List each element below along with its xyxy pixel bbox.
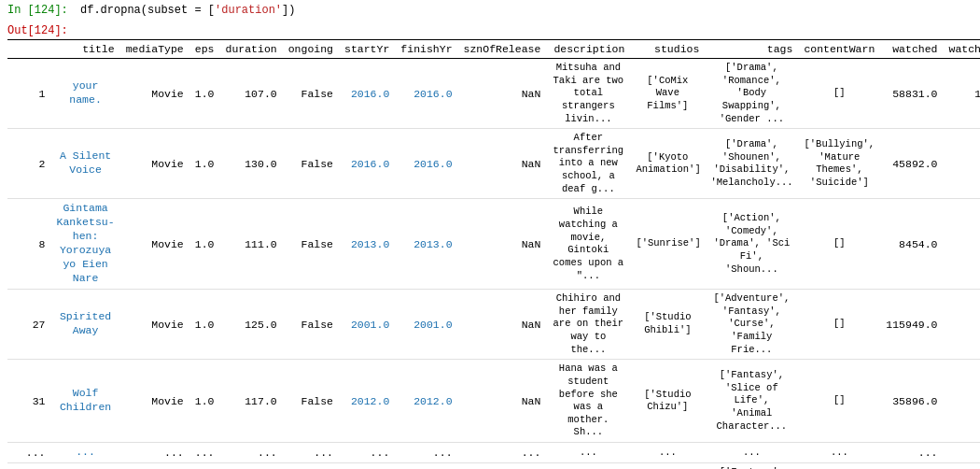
cell-contentwarn: [] [798,290,880,360]
output-area: title mediaType eps duration ongoing sta… [0,37,980,469]
cell-studios: ['Kyoto Animation'] [630,129,705,199]
col-header-description: description [546,40,630,59]
col-header-ongoing: ongoing [283,40,339,59]
cell-index: 14566 [7,463,51,469]
cell-ongoing: False [283,290,339,360]
cell-studios: ['Studio Chizu'] [630,360,705,443]
cell-contentwarn: [] [798,463,880,469]
cell-mediatype: Movie [120,199,189,290]
cell-watched: 58831.0 [880,59,943,129]
cell-studios: ['CoMix Wave Films'] [630,59,705,129]
cell-eps: 1.0 [189,290,220,360]
cell-ongoing: False [283,360,339,443]
cell-eps: 1.0 [189,463,220,469]
in-label: In [124]: [7,4,73,17]
cell-finishyr: 2013.0 [395,199,457,290]
cell-title: Spirited Away [51,290,120,360]
cell-tags: ['Drama', 'Shounen', 'Disability', 'Mela… [705,129,798,199]
cell-tags: ['Adventure', 'Fantasy', 'Curse', 'Famil… [705,290,798,360]
cell-watched: 45892.0 [880,129,943,199]
cell-index: 31 [7,360,51,443]
cell-eps: ... [189,443,220,463]
cell-sznofrelease: NaN [458,129,547,199]
cell-watched: ... [880,443,943,463]
cell-title: Wolf Children [51,360,120,443]
cell-index: 2 [7,129,51,199]
table-row: 1your name.Movie1.0107.0False2016.02016.… [7,59,980,129]
col-header-studios: studios [630,40,705,59]
cell-duration: ... [219,443,282,463]
cell-studios: ['Sunrise'] [630,199,705,290]
col-header-contentwarn: contentWarn [798,40,880,59]
cell-tags: ['Action', 'Comedy', 'Drama', 'Sci Fi', … [705,199,798,290]
cell-index: ... [7,443,51,463]
cell-studios: [] [630,463,705,469]
cell-sznofrelease: NaN [458,199,547,290]
code-text: df.dropna(subset = ['duration']) [80,4,295,17]
col-header-startyr: startYr [339,40,395,59]
cell-mediatype: Movie [120,290,189,360]
col-header-tags: tags [705,40,798,59]
cell-ongoing: ... [283,443,339,463]
cell-contentwarn: [] [798,59,880,129]
cell-title: A Silent Voice [51,129,120,199]
cell-tags: ['Fantasy', 'Magical Girl', 'Commercials… [705,463,798,469]
cell-finishyr: 2016.0 [395,59,457,129]
cell-startyr: 2012.0 [339,360,395,443]
cell-sznofrelease: NaN [458,463,547,469]
cell-contentwarn: ... [798,443,880,463]
col-header-watching: watching [944,40,980,59]
cell-ongoing: False [283,199,339,290]
cell-watching: 946 [944,129,980,199]
cell-watching: 13 [944,463,980,469]
col-header-eps: eps [189,40,220,59]
col-header-finishyr: finishYr [395,40,457,59]
cell-tags: ['Drama', 'Romance', 'Body Swapping', 'G… [705,59,798,129]
cell-finishyr: 2001.0 [395,290,457,360]
cell-description: Mitsuha and Taki are two total strangers… [546,59,630,129]
cell-mediatype: Web [120,463,189,469]
cell-mediatype: Movie [120,129,189,199]
cell-startyr: 2001.0 [339,290,395,360]
dataframe-table: title mediaType eps duration ongoing sta… [7,39,980,469]
col-header-watched: watched [880,40,943,59]
cell-studios: ['Studio Ghibli'] [630,290,705,360]
out-label: Out[124]: [7,24,73,37]
cell-sznofrelease: NaN [458,290,547,360]
cell-duration: 2.0 [219,463,282,469]
cell-finishyr: NaN [395,463,457,469]
cell-startyr: 2018.0 [339,463,395,469]
cell-mediatype: Movie [120,59,189,129]
cell-eps: 1.0 [189,360,220,443]
cell-index: 1 [7,59,51,129]
cell-description: While watching a movie, Gintoki comes up… [546,199,630,290]
cell-watching: 280 [944,199,980,290]
cell-finishyr: 2016.0 [395,129,457,199]
table-header-row: title mediaType eps duration ongoing sta… [7,40,980,59]
cell-finishyr: 2012.0 [395,360,457,443]
cell-tags: ... [705,443,798,463]
table-row: 27Spirited AwayMovie1.0125.0False2001.02… [7,290,980,360]
cell-watched: 35896.0 [880,360,943,443]
cell-title: your name. [51,59,120,129]
cell-startyr: ... [339,443,395,463]
col-header-duration: duration [219,40,282,59]
cell-contentwarn: [] [798,360,880,443]
cell-watching: 589 [944,290,980,360]
cell-startyr: 2013.0 [339,199,395,290]
cell-ongoing: True [283,463,339,469]
cell-description: ... [546,443,630,463]
col-header-index [7,40,51,59]
cell-eps: 1.0 [189,59,220,129]
cell-duration: 107.0 [219,59,282,129]
cell-description: After transferring into a new school, a … [546,129,630,199]
cell-sznofrelease: ... [458,443,547,463]
cell-tags: ['Fantasy', 'Slice of Life', 'Animal Cha… [705,360,798,443]
col-header-title: title [51,40,120,59]
cell-title: ... [51,443,120,463]
cell-startyr: 2016.0 [339,59,395,129]
cell-duration: 117.0 [219,360,282,443]
table-row: ........................................… [7,443,980,463]
cell-description: NaN [546,463,630,469]
output-cell-label: Out[124]: [0,21,980,37]
